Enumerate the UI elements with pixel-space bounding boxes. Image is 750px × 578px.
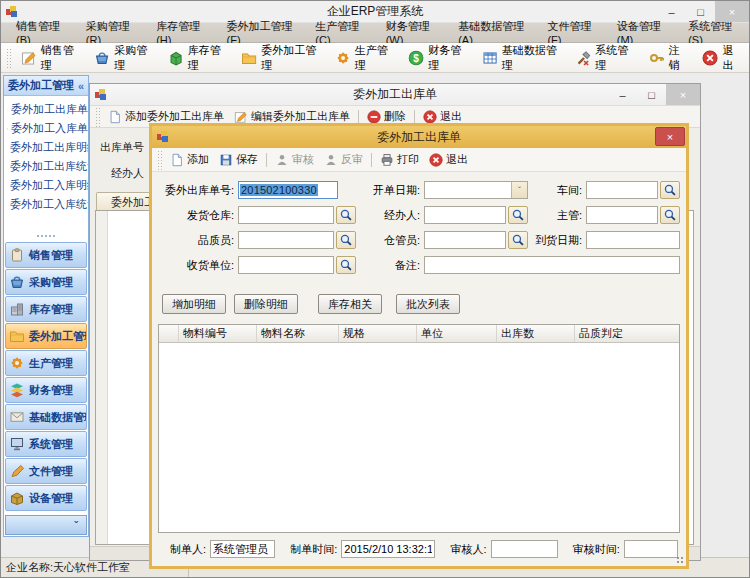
batch-list-button[interactable]: 批次列表 [396,294,460,314]
detail-grid-header: 物料编号 物料名称 规格 单位 出库数 品质判定 [159,325,679,343]
handler-label: 经办人: [360,208,420,223]
sidebar-item-production[interactable]: 生产管理 [5,350,87,376]
magnifier-icon [339,233,353,247]
dialog-toolbar-grip [157,150,162,170]
toolbar-button-sales[interactable]: 销售管理 [14,40,88,76]
make-time-input[interactable] [341,540,434,558]
receiving-unit-input[interactable] [238,256,334,274]
column-header-quality-judgement[interactable]: 品质判定 [575,325,679,342]
handler-lookup-button[interactable] [508,206,528,224]
sidebar-item-basedata[interactable]: 基础数据管理 [5,404,87,430]
warehouse-keeper-input[interactable] [424,231,506,249]
column-header-material-no[interactable]: 物料编号 [179,325,257,342]
row-selector-header [159,325,179,342]
sidebar-item-purchase[interactable]: 采购管理 [5,269,87,295]
column-header-material-name[interactable]: 物料名称 [257,325,339,342]
chevron-down-icon: ˇ [74,519,78,531]
collapse-icon[interactable]: « [78,80,84,92]
toolbar-button-purchase[interactable]: 采购管理 [87,40,161,76]
ship-warehouse-label: 发货仓库: [158,208,234,223]
quality-officer-lookup-button[interactable] [336,231,356,249]
order-no-label: 出库单号 [96,140,144,155]
remark-input[interactable] [424,256,680,274]
sidebar-item-finance[interactable]: 财务管理 [5,377,87,403]
mdi-titlebar: 委外加工出库单 – □ × [90,84,700,106]
toolbar-button-outsourcing[interactable]: 委外加工管理 [234,40,327,76]
tree-item-outbound-order[interactable]: 委外加工出库单 [7,100,88,119]
close-button[interactable]: × [715,1,749,22]
sidebar-splitter[interactable] [4,231,88,240]
tree-item-outbound-detail[interactable]: 委外加工出库明细 [7,138,88,157]
sidebar-item-outsourcing[interactable]: 委外加工管理 [5,323,87,349]
column-header-unit[interactable]: 单位 [417,325,497,342]
mdi-close-button[interactable]: × [666,84,700,105]
resize-grip[interactable] [676,556,684,564]
receiving-unit-lookup-button[interactable] [336,256,356,274]
warehouse-keeper-lookup-button[interactable] [508,231,528,249]
sidebar-item-inventory[interactable]: 库存管理 [5,296,87,322]
toolbar-button-production[interactable]: 生产管理 [328,40,402,76]
sidebar-item-equipment[interactable]: 设备管理 [5,485,87,511]
remove-detail-button[interactable]: 删除明细 [234,294,298,314]
workshop-lookup-button[interactable] [660,181,680,199]
ship-warehouse-lookup-button[interactable] [336,206,356,224]
sidebar-config-bar[interactable]: ˇ [5,515,87,535]
unaudit-person-icon [324,153,338,167]
maximize-button[interactable]: □ [686,1,715,22]
sidebar-tree: 委外加工出库单 委外加工入库单 委外加工出库明细 委外加工出库统计 委外加工入库… [4,96,88,216]
detail-button-row: 增加明细 删除明细 库存相关 批次列表 [152,294,686,314]
supervisor-input[interactable] [586,206,658,224]
supervisor-lookup-button[interactable] [660,206,680,224]
dialog-print-button[interactable]: 打印 [375,150,424,169]
tree-item-inbound-stats[interactable]: 委外加工入库统计 [7,195,88,214]
maker-input[interactable] [210,540,275,558]
device-icon [9,490,25,506]
dialog-close-button[interactable]: × [655,127,685,146]
sidebar-item-files[interactable]: 文件管理 [5,458,87,484]
minimize-button[interactable]: – [657,1,686,22]
dialog-exit-button[interactable]: 退出 [424,150,473,169]
save-icon [219,153,233,167]
sidebar-item-system[interactable]: 系统管理 [5,431,87,457]
new-doc-icon [170,153,184,167]
toolbar-button-logout[interactable]: 注销 [642,40,696,76]
toolbar-button-finance[interactable]: 财务管理 [401,40,475,76]
auditor-input[interactable] [491,540,558,558]
app-title: 企业ERP管理系统 [1,3,749,20]
column-header-spec[interactable]: 规格 [339,325,417,342]
toolbar-button-system[interactable]: 系统管理 [568,40,642,76]
open-date-combobox[interactable]: ˇ [424,181,528,199]
tree-item-outbound-stats[interactable]: 委外加工出库统计 [7,157,88,176]
chevron-down-icon[interactable]: ˇ [511,182,527,198]
exit-icon [429,153,443,167]
toolbar-button-inventory[interactable]: 库存管理 [161,40,235,76]
audit-time-input[interactable] [624,540,678,558]
exit-icon [702,49,718,67]
ship-warehouse-input[interactable] [238,206,334,224]
magnifier-icon [511,233,525,247]
tools-icon [575,49,591,67]
dialog-add-button[interactable]: 添加 [165,150,214,169]
stock-related-button[interactable]: 库存相关 [318,294,382,314]
basket-icon [94,49,110,67]
toolbar-button-exit[interactable]: 退出 [695,40,749,76]
tree-item-inbound-detail[interactable]: 委外加工入库明细 [7,176,88,195]
workshop-input[interactable] [586,181,658,199]
toolbar-button-basedata[interactable]: 基础数据管理 [475,40,568,76]
dialog-unaudit-button[interactable]: 反审 [319,150,368,169]
arrival-date-input[interactable] [586,231,680,249]
handler-input[interactable] [424,206,506,224]
quality-officer-input[interactable] [238,231,334,249]
add-detail-button[interactable]: 增加明细 [162,294,226,314]
order-no-label: 委外出库单号: [158,183,234,198]
dialog-audit-button[interactable]: 审核 [270,150,319,169]
column-header-outbound-qty[interactable]: 出库数 [497,325,575,342]
open-date-label: 开单日期: [360,183,420,198]
mdi-maximize-button[interactable]: □ [637,84,666,105]
mdi-minimize-button[interactable]: – [608,84,637,105]
tree-item-inbound-order[interactable]: 委外加工入库单 [7,119,88,138]
sidebar-item-sales[interactable]: 销售管理 [5,242,87,268]
export-doc-icon [7,104,8,116]
dialog-save-button[interactable]: 保存 [214,150,263,169]
order-no-input[interactable]: 201502100330 [238,181,338,199]
